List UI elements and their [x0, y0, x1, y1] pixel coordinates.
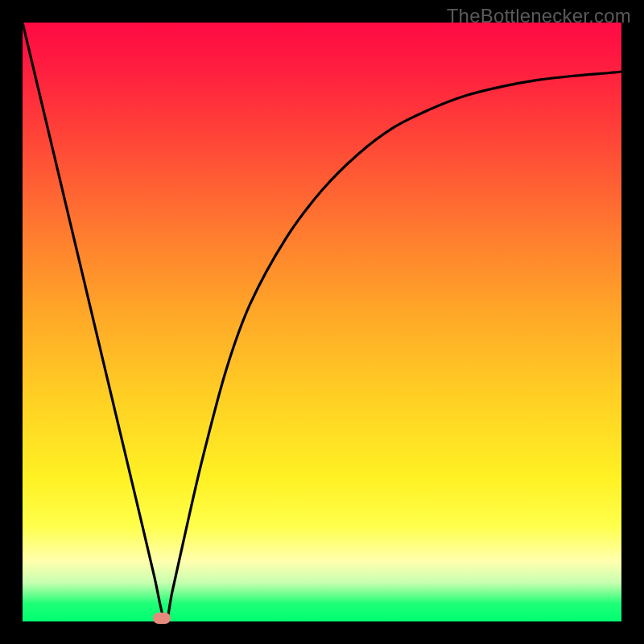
chart-plot-area	[23, 23, 621, 621]
bottleneck-curve-line	[23, 23, 621, 621]
optimal-point-marker	[153, 613, 171, 624]
chart-svg	[23, 23, 621, 621]
